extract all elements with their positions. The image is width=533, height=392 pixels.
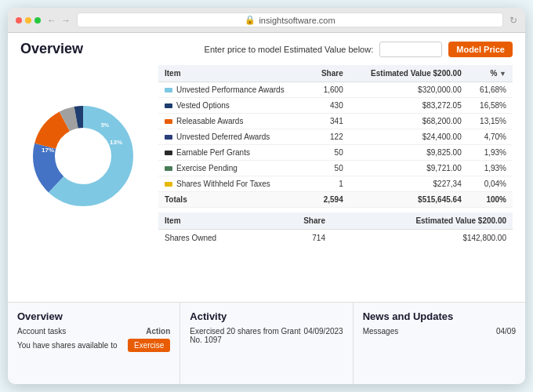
- overview-row-text: You have shares available to: [17, 341, 118, 350]
- share-cell: 50: [310, 161, 349, 176]
- news-label: Messages: [363, 327, 399, 336]
- shares-col-item: Item: [158, 212, 271, 230]
- share-cell: 122: [310, 129, 349, 145]
- table-row: Shares Withheld For Taxes 1 $227,34 0,04…: [158, 176, 513, 192]
- value-cell: $320,000.00: [350, 82, 468, 98]
- overview-panel-header: Account tasks Action: [17, 327, 170, 336]
- browser-window: ← → 🔒 insightsoftware.com ↻ Overview Ent…: [8, 8, 525, 384]
- item-cell: Unvested Deferred Awards: [158, 129, 310, 145]
- address-bar[interactable]: 🔒 insightsoftware.com: [77, 13, 503, 27]
- svg-text:5%: 5%: [101, 122, 110, 128]
- donut-chart: 62% 62% 17% 13% 5%: [24, 97, 142, 215]
- pct-cell: 61,68%: [468, 82, 513, 98]
- page-title: Overview: [20, 41, 83, 57]
- main-table: Item Share Estimated Value $200.00 % ▼ U…: [158, 65, 513, 208]
- back-icon[interactable]: ←: [47, 15, 56, 26]
- table-row: Unvested Deferred Awards 122 $24,400.00 …: [158, 129, 513, 145]
- model-price-section: Enter price to model Estimated Value bel…: [205, 42, 513, 57]
- table-row: Releasable Awards 341 $68,200.00 13,15%: [158, 114, 513, 129]
- exercise-button[interactable]: Exercise: [128, 339, 170, 352]
- browser-chrome: ← → 🔒 insightsoftware.com ↻: [8, 8, 525, 33]
- sort-arrow[interactable]: ▼: [499, 70, 506, 78]
- shares-share-cell: 714: [271, 230, 332, 247]
- item-cell: Exercise Pending: [158, 161, 310, 176]
- bottom-panels: Overview Account tasks Action You have s…: [8, 302, 525, 384]
- col-value-header: Estimated Value $200.00: [350, 65, 468, 82]
- pct-cell: 4,70%: [468, 129, 513, 145]
- model-price-label: Enter price to model Estimated Value bel…: [205, 45, 374, 54]
- total-item-cell: Totals: [158, 192, 310, 208]
- activity-date: 04/09/2023: [304, 327, 343, 344]
- share-cell: 1: [310, 176, 349, 192]
- share-cell: 1,600: [310, 82, 349, 98]
- col-share-header: Share: [310, 65, 349, 82]
- pct-cell: 1,93%: [468, 161, 513, 176]
- pct-cell: 16,58%: [468, 98, 513, 114]
- col-item-header: Item: [158, 65, 310, 82]
- nav-icons: ← →: [47, 15, 71, 26]
- content-area: Overview Enter price to model Estimated …: [8, 33, 525, 384]
- main-content: Overview Enter price to model Estimated …: [8, 33, 525, 302]
- window-controls: [16, 17, 41, 24]
- pct-cell: 1,93%: [468, 145, 513, 161]
- overview-panel-title: Overview: [17, 310, 170, 322]
- table-row: Earnable Perf Grants 50 $9,825.00 1,93%: [158, 145, 513, 161]
- item-cell: Unvested Performance Awards: [158, 82, 310, 98]
- action-label: Action: [146, 327, 170, 336]
- close-button[interactable]: [16, 17, 22, 24]
- value-cell: $68,200.00: [350, 114, 468, 129]
- svg-text:62%: 62%: [76, 205, 90, 212]
- overview-panel: Overview Account tasks Action You have s…: [8, 303, 180, 384]
- total-value-cell: $515,645.64: [350, 192, 468, 208]
- col-pct-header: % ▼: [468, 65, 513, 82]
- legend-color: [165, 182, 172, 187]
- second-table-section: Item Share Estimated Value $200.00 Share…: [158, 212, 513, 246]
- svg-point-5: [56, 129, 111, 183]
- news-panel-title: News and Updates: [363, 310, 516, 322]
- legend-color: [165, 103, 172, 108]
- shares-owned-table: Item Share Estimated Value $200.00 Share…: [158, 212, 513, 246]
- item-cell: Earnable Perf Grants: [158, 145, 310, 161]
- svg-text:13%: 13%: [110, 139, 122, 146]
- model-price-button[interactable]: Model Price: [448, 42, 513, 57]
- table-section: Item Share Estimated Value $200.00 % ▼ U…: [158, 65, 513, 246]
- svg-text:17%: 17%: [42, 147, 54, 154]
- value-cell: $9,721.00: [350, 161, 468, 176]
- news-panel: News and Updates Messages 04/09: [354, 303, 525, 384]
- item-cell: Releasable Awards: [158, 114, 310, 129]
- value-cell: $9,825.00: [350, 145, 468, 161]
- value-cell: $83,272.05: [350, 98, 468, 114]
- activity-panel-title: Activity: [190, 310, 343, 322]
- chart-container: 62% 62% 17% 13% 5%: [20, 65, 146, 246]
- minimize-button[interactable]: [25, 17, 31, 24]
- news-date: 04/09: [496, 327, 516, 336]
- value-cell: $24,400.00: [350, 129, 468, 145]
- url-text: insightsoftware.com: [259, 16, 335, 25]
- account-tasks-label: Account tasks: [17, 327, 66, 336]
- shares-col-value: Estimated Value $200.00: [332, 212, 513, 230]
- news-row: Messages 04/09: [363, 327, 516, 336]
- legend-color: [165, 151, 172, 155]
- shares-owned-row: Shares Owned 714 $142,800.00: [158, 230, 513, 247]
- forward-icon[interactable]: →: [61, 15, 71, 26]
- refresh-icon[interactable]: ↻: [509, 15, 517, 26]
- item-cell: Vested Options: [158, 98, 310, 114]
- share-cell: 50: [310, 145, 349, 161]
- pct-cell: 13,15%: [468, 114, 513, 129]
- legend-color: [165, 119, 172, 124]
- share-cell: 341: [310, 114, 349, 129]
- maximize-button[interactable]: [34, 17, 41, 24]
- model-price-input[interactable]: [379, 42, 442, 57]
- legend-color: [165, 166, 172, 171]
- shares-item-cell: Shares Owned: [158, 230, 271, 247]
- overview-panel-row: You have shares available to Exercise: [17, 339, 170, 352]
- shares-value-cell: $142,800.00: [332, 230, 513, 247]
- total-pct-cell: 100%: [468, 192, 513, 208]
- activity-row: Exercised 20 shares from Grant No. 1097 …: [190, 327, 343, 344]
- total-share-cell: 2,594: [310, 192, 349, 208]
- value-cell: $227,34: [350, 176, 468, 192]
- item-cell: Shares Withheld For Taxes: [158, 176, 310, 192]
- shares-col-share: Share: [271, 212, 332, 230]
- table-row: Exercise Pending 50 $9,721.00 1,93%: [158, 161, 513, 176]
- legend-color: [165, 88, 172, 93]
